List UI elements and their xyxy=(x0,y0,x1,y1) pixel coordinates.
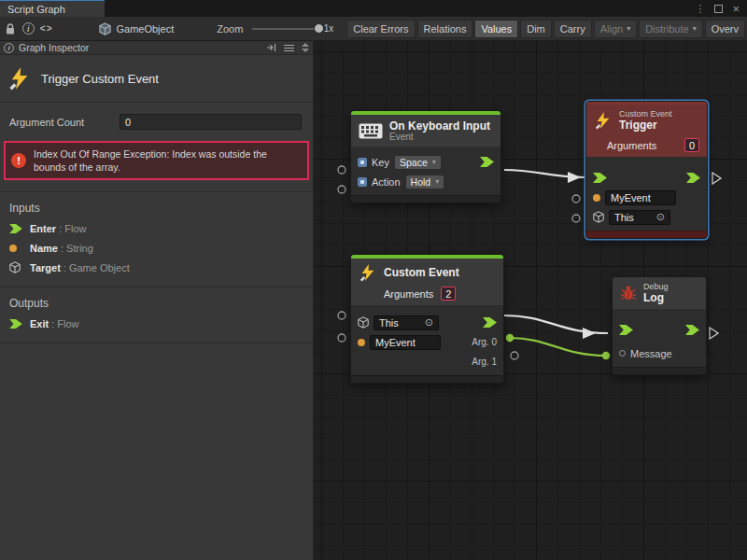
relations-label: Relations xyxy=(424,23,467,35)
target-icon: ⊙ xyxy=(656,212,665,222)
dock-icon[interactable] xyxy=(266,43,276,52)
node-custom-event[interactable]: Custom Event Arguments 2 This ⊙ xyxy=(350,254,504,384)
arguments-label: Arguments xyxy=(384,288,433,300)
wire-arrowhead xyxy=(583,328,596,339)
node-debug-log[interactable]: Debug Log Message xyxy=(612,276,707,375)
input-row-name: Name : String xyxy=(0,238,313,258)
carry-button[interactable]: Carry xyxy=(554,20,592,38)
flow-in-port[interactable] xyxy=(619,325,633,335)
flow-in-port[interactable] xyxy=(593,173,607,183)
string-port-icon[interactable] xyxy=(358,339,365,346)
node-on-keyboard-input[interactable]: On Keyboard Input Event Key Space ▾ xyxy=(350,110,501,203)
port-name: Exit xyxy=(30,318,49,329)
code-icon: <> xyxy=(40,23,53,34)
values-button[interactable]: Values xyxy=(474,20,518,38)
key-label: Key xyxy=(372,157,389,168)
debug-message-port[interactable] xyxy=(602,352,610,359)
unit-title: Trigger Custom Event xyxy=(41,72,159,86)
event-name-input[interactable] xyxy=(370,335,441,350)
this-value: This xyxy=(379,317,399,329)
gameobject-cube-icon xyxy=(99,22,111,35)
lock-button[interactable] xyxy=(2,20,18,38)
arguments-value-badge[interactable]: 0 xyxy=(684,138,699,152)
flow-out-port[interactable] xyxy=(483,317,497,328)
zoom-slider[interactable] xyxy=(252,20,316,38)
window-controls: ⋮ × xyxy=(695,0,747,17)
align-button[interactable]: Align ▾ xyxy=(594,20,637,38)
relations-button[interactable]: Relations xyxy=(417,20,473,38)
node-footer xyxy=(351,195,500,203)
customevent-name-port[interactable] xyxy=(338,334,345,342)
target-row: This ⊙ xyxy=(586,207,707,227)
inspect-button[interactable]: i xyxy=(20,20,35,38)
string-port-icon[interactable] xyxy=(593,194,600,202)
edit-script-button[interactable]: <> xyxy=(38,20,54,38)
gameobject-selector[interactable]: GameObject xyxy=(99,22,174,35)
arguments-row: Arguments 2 xyxy=(351,287,503,305)
window-tab-bar: Script Graph ⋮ × xyxy=(0,0,747,17)
tab-title: Script Graph xyxy=(7,4,65,15)
key-type-icon xyxy=(358,158,367,167)
flow-out-port[interactable] xyxy=(685,325,699,335)
tab-script-graph[interactable]: Script Graph xyxy=(0,0,105,17)
chevron-down-icon: ▾ xyxy=(432,158,436,166)
node-header: Custom Event Trigger xyxy=(586,105,707,136)
event-name-row xyxy=(586,188,707,207)
customevent-this-port[interactable] xyxy=(338,312,345,319)
error-message-box: ! Index Out Of Range Exception: Index wa… xyxy=(4,141,309,180)
close-icon[interactable]: × xyxy=(732,5,740,13)
gameobject-cube-icon xyxy=(9,261,30,273)
dim-button[interactable]: Dim xyxy=(520,20,552,38)
event-name-input[interactable] xyxy=(605,190,676,205)
info-icon: i xyxy=(4,43,14,53)
message-port-icon[interactable] xyxy=(619,350,626,357)
customevent-arg0-port[interactable] xyxy=(506,334,514,342)
wire-customevent-to-log[interactable] xyxy=(504,315,608,333)
trigger-target-port[interactable] xyxy=(572,215,580,222)
argument-count-input[interactable] xyxy=(120,114,302,130)
bug-icon xyxy=(620,285,637,301)
graph-toolbar: i <> GameObject Zoom 1x Clear Errors Rel… xyxy=(0,17,747,41)
node-subtitle: Event xyxy=(389,133,490,142)
this-dropdown[interactable]: This ⊙ xyxy=(374,315,439,330)
node-trigger-custom-event[interactable]: Custom Event Trigger Arguments 0 xyxy=(585,101,708,239)
input-row-target: Target : Game Object xyxy=(0,258,313,277)
graph-canvas[interactable]: On Keyboard Input Event Key Space ▾ xyxy=(314,41,747,560)
node-title: Log xyxy=(643,291,669,304)
port-type: : Game Object xyxy=(63,262,130,273)
action-dropdown[interactable]: Hold ▾ xyxy=(405,175,445,189)
menu-icon[interactable] xyxy=(284,44,294,52)
customevent-arg1-port[interactable] xyxy=(511,352,518,359)
align-label: Align xyxy=(600,23,623,35)
key-dropdown[interactable]: Space ▾ xyxy=(394,155,442,170)
port-type: : String xyxy=(61,243,93,254)
node-title: Custom Event xyxy=(384,266,459,279)
error-message-text: Index Out Of Range Exception: Index was … xyxy=(34,147,302,174)
arguments-value-badge[interactable]: 2 xyxy=(441,287,456,301)
kebab-menu-icon[interactable]: ⋮ xyxy=(695,3,705,15)
keyboard-action-port[interactable] xyxy=(338,186,345,193)
overview-button[interactable]: Overv xyxy=(705,20,745,38)
pane-scroll-icon[interactable] xyxy=(302,43,309,52)
gameobject-cube-icon xyxy=(358,316,369,329)
wire-arg0-to-message[interactable] xyxy=(510,338,606,356)
target-dropdown[interactable]: This ⊙ xyxy=(609,210,670,225)
node-header: On Keyboard Input Event xyxy=(351,115,500,147)
flow-row xyxy=(586,168,707,188)
node-body: This ⊙ Arg. 0 Arg. 1 xyxy=(351,305,503,375)
target-icon: ⊙ xyxy=(425,317,433,328)
carry-label: Carry xyxy=(560,23,585,35)
section-divider xyxy=(0,343,313,343)
flow-out-port[interactable] xyxy=(480,157,494,167)
dim-label: Dim xyxy=(527,23,545,35)
maximize-icon[interactable] xyxy=(714,5,723,13)
zoom-slider-knob[interactable] xyxy=(314,23,324,34)
trigger-name-port[interactable] xyxy=(572,195,580,203)
flow-out-port[interactable] xyxy=(686,173,700,183)
zoom-slider-track xyxy=(252,28,316,30)
distribute-button[interactable]: Distribute ▾ xyxy=(639,20,702,38)
keyboard-key-port[interactable] xyxy=(338,166,345,174)
clear-errors-button[interactable]: Clear Errors xyxy=(346,20,415,38)
distribute-label: Distribute xyxy=(645,23,688,35)
arg0-label: Arg. 0 xyxy=(472,337,497,347)
